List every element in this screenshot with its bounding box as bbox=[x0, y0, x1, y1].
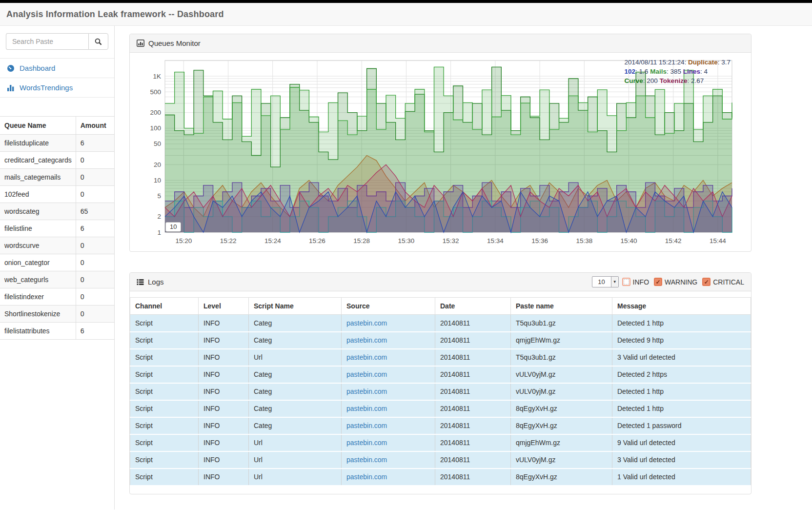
source-link[interactable]: pastebin.com bbox=[346, 456, 387, 464]
source-link[interactable]: pastebin.com bbox=[346, 319, 387, 327]
log-cell-date: 20140811 bbox=[435, 366, 511, 383]
queues-monitor-icon bbox=[137, 40, 144, 47]
log-cell-date: 20140811 bbox=[435, 332, 511, 349]
sidebar-item-label: WordsTrendings bbox=[20, 83, 73, 92]
svg-text:500: 500 bbox=[150, 88, 161, 96]
log-row: ScriptINFOCategpastebin.com20140811vULV0… bbox=[130, 383, 751, 400]
svg-text:15:32: 15:32 bbox=[443, 237, 459, 245]
queue-amount-cell: 0 bbox=[76, 306, 114, 323]
logs-column-header: Channel bbox=[130, 298, 199, 315]
tooltip-segment: : 1.6 bbox=[635, 68, 650, 75]
log-cell-paste: qmjgEhWm.gz bbox=[511, 434, 612, 451]
source-link[interactable]: pastebin.com bbox=[346, 405, 387, 412]
source-link[interactable]: pastebin.com bbox=[346, 388, 387, 395]
queue-row: filelistindexer0 bbox=[0, 288, 114, 306]
log-cell-message: Detected 1 password bbox=[612, 417, 751, 434]
source-link[interactable]: pastebin.com bbox=[346, 422, 387, 429]
log-cell-date: 20140811 bbox=[435, 315, 511, 332]
log-cell-level: INFO bbox=[199, 315, 249, 332]
axis-range-flag[interactable]: 10 bbox=[165, 222, 181, 232]
logs-column-header: Level bbox=[199, 298, 249, 315]
log-cell-paste: 8qEgyXvH.gz bbox=[511, 469, 612, 486]
queue-amount-cell: 6 bbox=[76, 220, 114, 237]
log-cell-paste: vULV0yjM.gz bbox=[511, 383, 612, 400]
svg-text:1: 1 bbox=[157, 229, 161, 236]
logs-panel-title: Logs bbox=[148, 278, 164, 286]
log-cell-date: 20140811 bbox=[435, 469, 511, 486]
log-cell-script: Categ bbox=[249, 400, 342, 417]
sidebar-item-label: Dashboard bbox=[20, 64, 55, 72]
log-cell-level: INFO bbox=[199, 366, 249, 383]
queue-row: web_categurls0 bbox=[0, 271, 114, 288]
log-cell-script: Url bbox=[249, 451, 342, 469]
log-cell-paste: T5qu3ub1.gz bbox=[511, 349, 612, 366]
queues-panel: Queues Monitor 15:2015:2215:2415:2615:28… bbox=[129, 34, 751, 252]
logs-header-row: ChannelLevelScript NameSourceDatePaste n… bbox=[130, 298, 751, 315]
checkbox-unchecked-icon[interactable] bbox=[622, 278, 630, 286]
log-cell-channel: Script bbox=[130, 332, 199, 349]
log-cell-channel: Script bbox=[130, 434, 199, 451]
search-input[interactable] bbox=[6, 33, 88, 50]
svg-text:15:38: 15:38 bbox=[576, 237, 592, 245]
logs-controls: 10 ▼ INFO✓WARNING✓CRITICAL bbox=[592, 276, 744, 287]
log-cell-script: Categ bbox=[249, 383, 342, 400]
filter-warning[interactable]: ✓WARNING bbox=[654, 278, 697, 286]
queues-panel-title: Queues Monitor bbox=[148, 39, 201, 47]
log-cell-script: Categ bbox=[249, 315, 342, 332]
log-cell-paste: 8qEgyXvH.gz bbox=[511, 417, 612, 434]
logs-column-header: Script Name bbox=[249, 298, 342, 315]
log-row: ScriptINFOCategpastebin.com20140811qmjgE… bbox=[130, 332, 751, 349]
queue-row: filelistline6 bbox=[0, 220, 114, 237]
tooltip-segment: : 3.7 bbox=[718, 59, 731, 66]
log-cell-paste: 8qEgyXvH.gz bbox=[511, 400, 612, 417]
log-cell-source: pastebin.com bbox=[342, 400, 435, 417]
filter-info[interactable]: INFO bbox=[622, 278, 649, 286]
log-cell-script: Url bbox=[249, 434, 342, 451]
logs-table: ChannelLevelScript NameSourceDatePaste n… bbox=[130, 297, 751, 486]
source-link[interactable]: pastebin.com bbox=[346, 370, 387, 378]
svg-text:15:24: 15:24 bbox=[264, 237, 281, 245]
log-cell-source: pastebin.com bbox=[342, 469, 435, 486]
queue-amount-cell: 0 bbox=[76, 152, 114, 169]
filter-label: CRITICAL bbox=[713, 278, 744, 286]
filter-critical[interactable]: ✓CRITICAL bbox=[702, 278, 744, 286]
source-link[interactable]: pastebin.com bbox=[346, 439, 387, 447]
log-cell-message: 3 Valid url detected bbox=[612, 451, 751, 469]
sidebar-item-wordstrendings[interactable]: WordsTrendings bbox=[0, 78, 114, 98]
source-link[interactable]: pastebin.com bbox=[346, 353, 387, 361]
queue-column-header: Queue Name bbox=[0, 117, 76, 135]
queue-row: filelistduplicate6 bbox=[0, 135, 114, 152]
log-cell-date: 20140811 bbox=[435, 434, 511, 451]
queue-name-cell: wordscateg bbox=[0, 203, 76, 220]
queue-amount-cell: 0 bbox=[76, 186, 114, 203]
log-cell-source: pastebin.com bbox=[342, 349, 435, 366]
tooltip-segment: : 200 bbox=[643, 77, 660, 84]
page-size-select[interactable]: 10 ▼ bbox=[592, 276, 619, 287]
queue-row: wordscateg65 bbox=[0, 203, 114, 220]
queue-amount-cell: 0 bbox=[76, 169, 114, 186]
queue-name-cell: web_categurls bbox=[0, 271, 76, 288]
log-cell-script: Url bbox=[249, 349, 342, 366]
source-link[interactable]: pastebin.com bbox=[346, 473, 387, 481]
log-cell-script: Categ bbox=[249, 366, 342, 383]
svg-text:15:30: 15:30 bbox=[398, 237, 415, 245]
log-cell-message: 1 Valid url detected bbox=[612, 469, 751, 486]
svg-text:100: 100 bbox=[150, 124, 161, 132]
checkbox-checked-icon[interactable]: ✓ bbox=[702, 278, 710, 286]
log-cell-level: INFO bbox=[199, 434, 249, 451]
main-content: Queues Monitor 15:2015:2215:2415:2615:28… bbox=[115, 26, 812, 510]
log-cell-source: pastebin.com bbox=[342, 366, 435, 383]
tooltip-line: Curve: 200 Tokenize: 2.67 bbox=[625, 76, 731, 85]
source-link[interactable]: pastebin.com bbox=[346, 336, 387, 344]
sidebar-item-dashboard[interactable]: Dashboard bbox=[0, 58, 114, 78]
tooltip-segment: 102 bbox=[625, 68, 636, 75]
search-button[interactable] bbox=[88, 33, 108, 50]
log-cell-script: Categ bbox=[249, 417, 342, 434]
queue-amount-cell: 0 bbox=[76, 271, 114, 288]
svg-text:15:20: 15:20 bbox=[175, 237, 192, 245]
checkbox-checked-icon[interactable]: ✓ bbox=[654, 278, 662, 286]
log-cell-level: INFO bbox=[199, 451, 249, 469]
logs-column-header: Message bbox=[612, 298, 751, 315]
page-size-value: 10 bbox=[592, 277, 611, 287]
tooltip-segment: : 4 bbox=[700, 68, 708, 75]
